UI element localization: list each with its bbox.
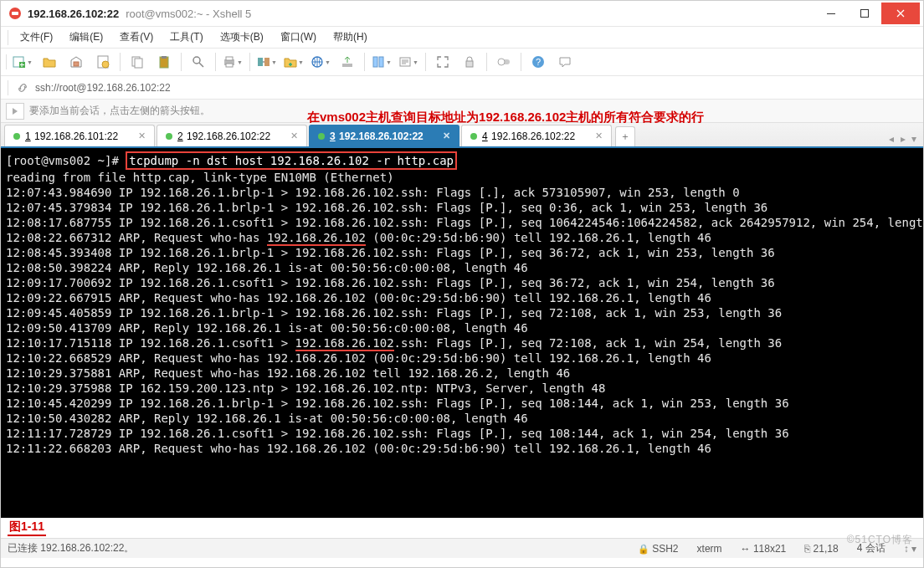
menu-bar: 文件(F) 编辑(E) 查看(V) 工具(T) 选项卡(B) 窗口(W) 帮助(… xyxy=(1,26,923,48)
svg-rect-20 xyxy=(342,64,352,67)
print-icon[interactable]: ▼ xyxy=(220,50,245,74)
close-tab-icon[interactable]: ✕ xyxy=(138,130,146,141)
copy-icon[interactable] xyxy=(125,50,150,74)
app-icon xyxy=(8,6,23,21)
window-title-sub: root@vms002:~ - Xshell 5 xyxy=(126,8,251,20)
svg-rect-6 xyxy=(74,62,79,66)
menu-file[interactable]: 文件(F) xyxy=(13,28,59,46)
session-tab-1[interactable]: 1 192.168.26.101:22 ✕ xyxy=(4,125,155,146)
transfer-icon[interactable]: ▼ xyxy=(254,50,280,74)
terminal-line: 12:07:43.984690 IP 192.168.26.1.brlp-1 >… xyxy=(6,185,918,200)
new-tab-button[interactable]: ＋ xyxy=(615,126,635,146)
globe-icon[interactable]: ▼ xyxy=(308,50,333,74)
tab-hotkey: 4 xyxy=(482,130,488,142)
tab-hotkey: 2 xyxy=(177,130,183,142)
menu-help[interactable]: 帮助(H) xyxy=(326,28,374,46)
minimize-button[interactable] xyxy=(814,3,848,24)
terminal-line: 12:08:17.687755 IP 192.168.26.1.csoft1 >… xyxy=(6,215,918,230)
lock-icon[interactable] xyxy=(457,50,482,74)
help-icon[interactable]: ? xyxy=(526,50,551,74)
link-icon xyxy=(17,82,28,94)
fullscreen-icon[interactable] xyxy=(430,50,455,74)
terminal-line: 12:07:45.379834 IP 192.168.26.1.brlp-1 >… xyxy=(6,200,918,215)
window-controls xyxy=(814,3,920,24)
status-bar: 已连接 192.168.26.102:22。 SSH2 xterm ↔ 118x… xyxy=(1,538,923,558)
menu-tabs[interactable]: 选项卡(B) xyxy=(213,28,270,46)
highlighted-ip: 192.168.26.102 xyxy=(267,231,366,246)
tab-hotkey: 3 xyxy=(330,130,336,142)
address-bar: ssh://root@192.168.26.102:22 xyxy=(1,76,923,100)
info-hint: 要添加当前会话，点击左侧的箭头按钮。 xyxy=(29,104,210,118)
svg-rect-12 xyxy=(162,56,167,59)
svg-rect-16 xyxy=(226,64,233,67)
window-title-main: 192.168.26.102:22 xyxy=(28,8,119,20)
new-session-icon[interactable]: ▼ xyxy=(10,50,35,74)
session-tab-3[interactable]: 3 192.168.26.102:22 ✕ xyxy=(309,125,459,146)
tab-label: 192.168.26.102:22 xyxy=(339,130,424,142)
tab-label: 192.168.26.102:22 xyxy=(187,130,270,142)
svg-rect-22 xyxy=(379,57,383,67)
addr-grip xyxy=(8,80,8,95)
toggle-icon[interactable] xyxy=(491,50,516,74)
svg-rect-15 xyxy=(226,57,233,60)
status-dot-connected xyxy=(318,133,325,140)
open-icon[interactable] xyxy=(37,50,62,74)
upload-icon[interactable] xyxy=(335,50,360,74)
menu-window[interactable]: 窗口(W) xyxy=(274,28,323,46)
watermark: ©51CTO博客 xyxy=(847,533,913,547)
save-icon[interactable] xyxy=(64,50,89,74)
toolbar-separator xyxy=(181,53,182,71)
menu-view[interactable]: 查看(V) xyxy=(113,28,160,46)
close-button[interactable] xyxy=(881,3,920,24)
svg-point-13 xyxy=(193,57,200,64)
toolbar-separator xyxy=(521,53,521,71)
session-tab-4[interactable]: 4 192.168.26.102:22 ✕ xyxy=(461,125,612,146)
terminal-line: 12:10:22.668529 ARP, Request who-has 192… xyxy=(6,351,918,366)
terminal-line: 12:09:17.700692 IP 192.168.26.1.csoft1 >… xyxy=(6,275,918,290)
svg-point-26 xyxy=(498,59,505,65)
menu-grip xyxy=(8,30,8,45)
highlighted-command-box: tcpdump -n dst host 192.168.26.102 -r ht… xyxy=(126,151,457,170)
status-position: ⎘ 21,18 xyxy=(804,543,838,555)
paste-icon[interactable] xyxy=(151,50,177,74)
svg-text:?: ? xyxy=(536,57,541,67)
address-text[interactable]: ssh://root@192.168.26.102:22 xyxy=(35,82,916,94)
status-connection: 已连接 192.168.26.102:22。 xyxy=(8,541,134,555)
toolbar-separator xyxy=(364,53,365,71)
properties-icon[interactable] xyxy=(90,50,116,74)
history-icon[interactable]: ▼ xyxy=(396,50,421,74)
figure-label: 图1-11 xyxy=(8,519,46,536)
add-session-arrow-button[interactable] xyxy=(6,103,24,120)
terminal-line: 12:10:50.430282 ARP, Reply 192.168.26.1 … xyxy=(6,411,918,426)
svg-rect-1 xyxy=(12,12,18,15)
toolbar: ▼ ▼ ▼ ▼ ▼ ▼ ▼ ? xyxy=(1,48,923,76)
terminal-line: 12:08:50.398224 ARP, Reply 192.168.26.1 … xyxy=(6,260,918,275)
close-tab-icon[interactable]: ✕ xyxy=(290,130,298,141)
maximize-button[interactable] xyxy=(848,3,881,24)
folder-icon[interactable]: ▼ xyxy=(281,50,306,74)
menu-edit[interactable]: 编辑(E) xyxy=(63,28,110,46)
toolbar-separator xyxy=(120,53,121,71)
tab-label: 192.168.26.101:22 xyxy=(34,130,118,142)
svg-rect-2 xyxy=(827,13,835,14)
search-icon[interactable] xyxy=(186,50,211,74)
tab-scroll-nav[interactable]: ◂ ▸ ▾ xyxy=(884,133,923,146)
status-size: ↔ 118x21 xyxy=(741,543,787,555)
terminal-line: 12:08:22.667312 ARP, Request who-has 192… xyxy=(6,230,918,245)
close-tab-icon[interactable]: ✕ xyxy=(595,130,603,141)
session-tab-2[interactable]: 2 192.168.26.102:22 ✕ xyxy=(157,125,307,146)
terminal-line: 12:09:45.405859 IP 192.168.26.1.brlp-1 >… xyxy=(6,305,918,320)
menu-tools[interactable]: 工具(T) xyxy=(163,28,209,46)
svg-rect-3 xyxy=(861,10,869,18)
terminal-line: 12:11:17.728729 IP 192.168.26.1.csoft1 >… xyxy=(6,426,918,441)
terminal-line: 12:09:22.667915 ARP, Request who-has 192… xyxy=(6,290,918,305)
terminal-output[interactable]: [root@vms002 ~]# tcpdump -n dst host 192… xyxy=(1,148,923,518)
svg-rect-18 xyxy=(264,58,270,66)
close-tab-icon[interactable]: ✕ xyxy=(443,130,450,141)
chat-icon[interactable] xyxy=(552,50,578,74)
title-bar: 192.168.26.102:22 root@vms002:~ - Xshell… xyxy=(1,1,923,26)
toolbar-separator xyxy=(486,53,487,71)
download-icon[interactable]: ▼ xyxy=(369,50,394,74)
status-dot-connected xyxy=(166,133,172,140)
terminal-line: 12:11:22.668203 ARP, Request who-has 192… xyxy=(6,441,918,456)
